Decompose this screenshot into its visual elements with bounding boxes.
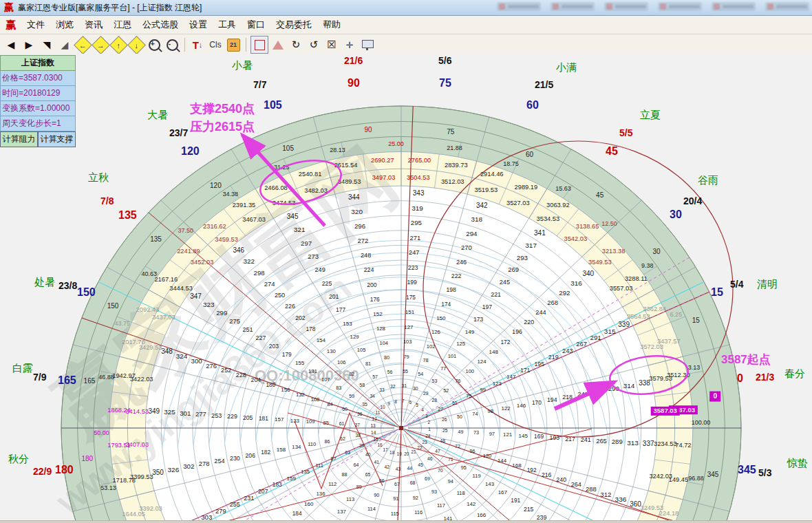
svg-text:9.38: 9.38 (641, 262, 654, 269)
center-expand-icon[interactable]: ✛ (341, 36, 358, 53)
menu-logo-icon: 赢 (6, 19, 16, 32)
svg-text:7/7: 7/7 (253, 79, 267, 90)
close-box-icon[interactable]: ☒ (323, 36, 340, 53)
svg-text:91: 91 (393, 495, 398, 502)
svg-text:150: 150 (436, 315, 446, 321)
svg-text:31: 31 (402, 383, 407, 388)
cls-button[interactable]: Cls (207, 36, 224, 53)
svg-text:275: 275 (229, 317, 240, 325)
svg-text:133: 133 (290, 418, 299, 424)
svg-text:3549.53: 3549.53 (588, 259, 612, 266)
svg-text:12.50: 12.50 (601, 220, 617, 227)
menu-gann[interactable]: 江恩 (108, 17, 137, 32)
rotate-ccw-icon[interactable]: ↺ (306, 36, 322, 53)
rotate-cw-icon[interactable]: ↻ (288, 36, 304, 53)
calc-resistance-button[interactable]: 计算阻力 (0, 131, 38, 147)
menu-file[interactable]: 文件 (21, 17, 50, 32)
svg-text:98: 98 (488, 408, 493, 414)
svg-text:244: 244 (535, 309, 546, 316)
svg-text:129: 129 (350, 334, 359, 340)
diamond-left-icon[interactable]: ← (74, 36, 91, 53)
svg-text:172: 172 (500, 339, 510, 345)
svg-text:120: 120 (483, 453, 492, 459)
svg-text:104: 104 (379, 340, 388, 346)
svg-text:344: 344 (348, 193, 360, 201)
svg-text:5: 5 (416, 403, 418, 407)
svg-text:50: 50 (457, 414, 462, 419)
svg-text:85: 85 (323, 420, 329, 426)
svg-text:125: 125 (456, 341, 466, 347)
text-down-icon[interactable]: T↓ (189, 36, 206, 53)
projector-icon[interactable] (359, 36, 376, 53)
svg-text:252: 252 (221, 367, 231, 374)
menu-browse[interactable]: 浏览 (50, 17, 79, 32)
up-slant-arrow-icon[interactable]: ◥ (39, 36, 55, 53)
triangle-tool-icon[interactable] (270, 36, 286, 53)
svg-text:108: 108 (311, 396, 320, 403)
menu-settings[interactable]: 设置 (184, 17, 213, 32)
svg-text:206: 206 (246, 452, 256, 459)
svg-text:78: 78 (423, 357, 429, 363)
svg-text:3534.53: 3534.53 (537, 215, 560, 222)
diamond-right-icon[interactable]: → (92, 36, 109, 53)
svg-text:105: 105 (264, 99, 282, 111)
svg-text:321: 321 (294, 226, 306, 233)
prev-arrow-icon[interactable]: ◀ (3, 36, 19, 53)
zoom-in-icon[interactable]: + (146, 36, 162, 53)
svg-text:50.00: 50.00 (94, 429, 109, 436)
menu-formula-stock[interactable]: 公式选股 (137, 17, 184, 32)
svg-text:14: 14 (371, 430, 376, 435)
svg-text:105: 105 (282, 145, 294, 152)
menu-help[interactable]: 帮助 (317, 17, 346, 32)
svg-text:165: 165 (58, 374, 76, 386)
svg-text:112: 112 (328, 481, 336, 487)
svg-text:116: 116 (414, 509, 423, 515)
svg-text:86: 86 (325, 438, 330, 445)
svg-text:33: 33 (379, 387, 385, 392)
svg-text:56: 56 (387, 370, 393, 374)
menu-tools[interactable]: 工具 (213, 17, 242, 32)
svg-text:272: 272 (357, 237, 368, 244)
svg-text:270: 270 (461, 244, 472, 251)
svg-text:45: 45 (606, 145, 618, 157)
menu-news[interactable]: 资讯 (79, 17, 108, 32)
square-tool-icon[interactable] (250, 36, 268, 54)
calendar-icon[interactable]: 21 (225, 36, 242, 53)
menu-trade[interactable]: 交易委托 (270, 17, 317, 32)
svg-text:183: 183 (273, 481, 282, 488)
down-slant-arrow-icon[interactable]: ◢ (56, 36, 73, 53)
svg-text:135: 135 (150, 235, 162, 243)
diamond-up-icon[interactable]: ↑ (110, 36, 127, 53)
svg-text:123: 123 (493, 381, 502, 387)
menu-window[interactable]: 窗口 (242, 17, 270, 32)
calc-support-button[interactable]: 计算支撑 (38, 131, 76, 147)
gann-wheel-canvas[interactable]: 赢家财富网www.yingjia360.comQQ:10080036001530… (0, 54, 812, 521)
svg-text:43: 43 (396, 467, 401, 471)
svg-text:26: 26 (442, 417, 447, 422)
svg-text:3504.53: 3504.53 (407, 174, 430, 181)
svg-text:3542.03: 3542.03 (564, 235, 588, 242)
svg-text:3467.03: 3467.03 (242, 216, 266, 223)
svg-text:谷雨: 谷雨 (698, 174, 718, 186)
zoom-out-icon[interactable]: - (164, 36, 180, 53)
svg-text:34.38: 34.38 (223, 191, 239, 198)
svg-text:81: 81 (365, 361, 371, 367)
svg-text:159: 159 (286, 476, 296, 482)
svg-text:75: 75 (466, 393, 471, 399)
svg-text:294: 294 (466, 230, 478, 237)
diamond-down-icon[interactable]: ↓ (128, 36, 145, 53)
next-arrow-icon[interactable]: ▶ (21, 36, 37, 53)
svg-text:15: 15 (374, 437, 379, 442)
support-annotation: 支撑2540点 (189, 102, 255, 116)
price-row: 价格=3587.0300 (0, 71, 76, 86)
svg-text:28: 28 (431, 398, 437, 403)
svg-text:白露: 白露 (12, 362, 33, 374)
svg-text:165: 165 (84, 377, 96, 385)
svg-text:130: 130 (327, 348, 336, 354)
svg-text:323: 323 (203, 301, 215, 308)
coefficient-row: 变换系数=1.00000 (0, 101, 76, 116)
svg-text:343: 343 (413, 189, 425, 197)
svg-text:36: 36 (357, 412, 363, 416)
svg-text:3482.03: 3482.03 (304, 187, 328, 194)
svg-text:324: 324 (176, 352, 188, 360)
